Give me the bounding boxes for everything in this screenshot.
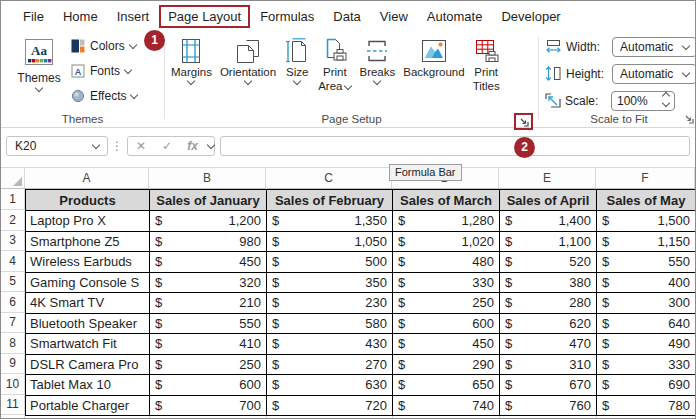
row-header-7[interactable]: 7 [1, 313, 25, 334]
product-cell[interactable]: Gaming Console S [26, 272, 150, 293]
cancel-icon[interactable]: ✕ [128, 139, 154, 153]
sales-cell[interactable]: $1,200 [150, 211, 267, 232]
breaks-button[interactable]: Breaks [355, 35, 399, 86]
sales-cell[interactable]: $380 [500, 272, 597, 293]
width-select[interactable]: Automatic [612, 37, 696, 57]
sales-cell[interactable]: $410 [150, 334, 267, 355]
tab-data[interactable]: Data [333, 9, 360, 24]
insert-function-button[interactable]: fx [180, 139, 214, 153]
sales-cell[interactable]: $1,400 [500, 211, 597, 232]
print-area-button[interactable]: Print Area [314, 35, 355, 95]
scale-spinner[interactable]: 100% [611, 91, 675, 111]
sales-cell[interactable]: $210 [150, 293, 267, 314]
sales-cell[interactable]: $320 [150, 272, 267, 293]
sales-cell[interactable]: $1,020 [393, 231, 500, 252]
page-setup-dialog-launcher[interactable] [514, 113, 533, 130]
orientation-button[interactable]: Orientation [216, 35, 280, 86]
sales-cell[interactable]: $330 [597, 354, 696, 375]
sales-cell[interactable]: $580 [267, 313, 393, 334]
sales-cell[interactable]: $290 [393, 354, 500, 375]
sales-cell[interactable]: $740 [393, 395, 500, 416]
sales-cell[interactable]: $1,280 [393, 211, 500, 232]
product-cell[interactable]: Laptop Pro X [26, 211, 150, 232]
table-header-cell[interactable]: Sales of March [393, 190, 500, 211]
row-header-2[interactable]: 2 [1, 210, 25, 231]
sales-cell[interactable]: $980 [150, 231, 267, 252]
fonts-button[interactable]: A Fonts [71, 62, 137, 79]
tab-automate[interactable]: Automate [427, 9, 483, 24]
tab-view[interactable]: View [380, 9, 408, 24]
sales-cell[interactable]: $1,350 [267, 211, 393, 232]
sales-cell[interactable]: $300 [597, 293, 696, 314]
product-cell[interactable]: Smartwatch Fit [26, 334, 150, 355]
row-header-11[interactable]: 11 [1, 395, 25, 416]
product-cell[interactable]: Smartphone Z5 [26, 231, 150, 252]
sales-cell[interactable]: $480 [393, 252, 500, 273]
sales-cell[interactable]: $450 [150, 252, 267, 273]
sales-cell[interactable]: $430 [267, 334, 393, 355]
product-cell[interactable]: Tablet Max 10 [26, 375, 150, 396]
sales-cell[interactable]: $720 [267, 395, 393, 416]
product-cell[interactable]: DSLR Camera Pro [26, 354, 150, 375]
sales-cell[interactable]: $350 [267, 272, 393, 293]
column-header-A[interactable]: A [25, 168, 149, 188]
margins-button[interactable]: Margins [167, 35, 216, 86]
sales-cell[interactable]: $1,500 [597, 211, 696, 232]
tab-developer[interactable]: Developer [501, 9, 560, 24]
sales-cell[interactable]: $230 [267, 293, 393, 314]
row-header-5[interactable]: 5 [1, 272, 25, 293]
column-header-C[interactable]: C [266, 168, 392, 188]
sales-cell[interactable]: $630 [267, 375, 393, 396]
background-button[interactable]: Background [399, 35, 468, 81]
sales-cell[interactable]: $490 [597, 334, 696, 355]
enter-icon[interactable]: ✓ [154, 139, 180, 153]
colors-button[interactable]: Colors [71, 37, 137, 54]
tab-file[interactable]: File [23, 9, 44, 24]
sales-cell[interactable]: $520 [500, 252, 597, 273]
sales-cell[interactable]: $270 [267, 354, 393, 375]
sales-cell[interactable]: $400 [597, 272, 696, 293]
table-header-cell[interactable]: Sales of February [267, 190, 393, 211]
table-header-cell[interactable]: Sales of April [500, 190, 597, 211]
name-box[interactable]: K20 [6, 136, 108, 156]
row-header-4[interactable]: 4 [1, 251, 25, 272]
sales-cell[interactable]: $550 [597, 252, 696, 273]
row-header-3[interactable]: 3 [1, 231, 25, 252]
sales-cell[interactable]: $250 [150, 354, 267, 375]
spinner-arrows-icon[interactable] [663, 95, 669, 106]
tab-page-layout[interactable]: Page Layout [159, 5, 250, 28]
row-header-8[interactable]: 8 [1, 333, 25, 354]
row-header-1[interactable]: 1 [1, 189, 25, 210]
tab-insert[interactable]: Insert [117, 9, 150, 24]
sales-cell[interactable]: $690 [597, 375, 696, 396]
table-header-cell[interactable]: Sales of May [597, 190, 696, 211]
sales-cell[interactable]: $330 [393, 272, 500, 293]
sales-cell[interactable]: $310 [500, 354, 597, 375]
sales-cell[interactable]: $1,150 [597, 231, 696, 252]
column-header-F[interactable]: F [596, 168, 695, 188]
print-titles-button[interactable]: Print Titles [469, 35, 504, 95]
sales-cell[interactable]: $450 [393, 334, 500, 355]
sales-cell[interactable]: $600 [393, 313, 500, 334]
column-header-B[interactable]: B [149, 168, 266, 188]
sales-cell[interactable]: $550 [150, 313, 267, 334]
sales-cell[interactable]: $470 [500, 334, 597, 355]
product-cell[interactable]: Bluetooth Speaker [26, 313, 150, 334]
themes-button[interactable]: Aa Themes [13, 37, 65, 119]
sales-cell[interactable]: $280 [500, 293, 597, 314]
product-cell[interactable]: 4K Smart TV [26, 293, 150, 314]
scale-dialog-launcher[interactable] [682, 112, 695, 125]
sales-cell[interactable]: $650 [393, 375, 500, 396]
row-header-6[interactable]: 6 [1, 292, 25, 313]
sales-cell[interactable]: $600 [150, 375, 267, 396]
effects-button[interactable]: Effects [71, 87, 137, 104]
height-select[interactable]: Automatic [612, 64, 696, 84]
product-cell[interactable]: Portable Charger [26, 395, 150, 416]
tab-formulas[interactable]: Formulas [260, 9, 314, 24]
sales-cell[interactable]: $760 [500, 395, 597, 416]
more-options-icon[interactable]: ⋮ [111, 136, 123, 156]
size-button[interactable]: Size [280, 35, 314, 86]
column-header-E[interactable]: E [499, 168, 596, 188]
sales-cell[interactable]: $250 [393, 293, 500, 314]
sales-cell[interactable]: $1,050 [267, 231, 393, 252]
